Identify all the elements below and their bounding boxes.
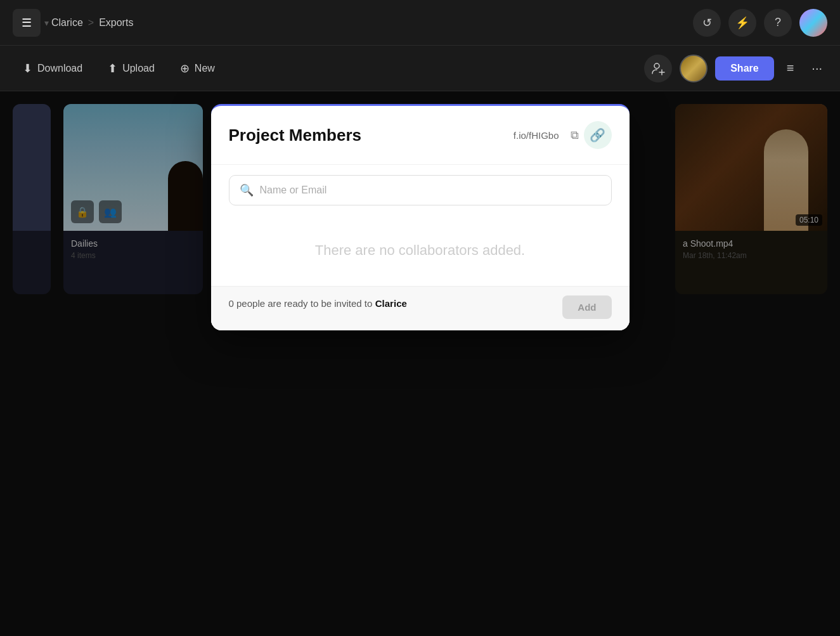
- download-button[interactable]: ⬇ Download: [13, 56, 93, 81]
- modal-search: 🔍: [211, 165, 630, 216]
- lightning-button[interactable]: ⚡: [728, 9, 756, 37]
- share-label: Share: [730, 63, 758, 74]
- search-icon: 🔍: [240, 183, 254, 197]
- current-user-avatar[interactable]: [680, 55, 708, 82]
- logo-icon: ☰: [22, 16, 32, 30]
- add-person-icon: [651, 62, 665, 75]
- nav-chevron-icon: ▾: [44, 18, 49, 28]
- copy-link-button[interactable]: ⧉: [565, 126, 584, 145]
- upload-button[interactable]: ⬆ Upload: [98, 56, 165, 81]
- top-nav: ☰ ▾ Clarice > Exports ↺ ⚡ ?: [0, 0, 840, 46]
- refresh-button[interactable]: ↺: [693, 9, 721, 37]
- main-content: 🔒 👥 Dailies 4 items 05:10 a Shoot.mp4 Ma…: [0, 91, 840, 636]
- copy-icon: ⧉: [571, 129, 579, 141]
- toolbar-right: Share ≡ ···: [644, 55, 827, 82]
- invite-text: 0 people are ready to be invited to: [229, 298, 373, 309]
- link-icon: 🔗: [590, 127, 605, 143]
- breadcrumb-root[interactable]: Clarice: [51, 17, 83, 29]
- modal-link-text: f.io/fHIGbo: [514, 130, 559, 141]
- search-input[interactable]: [260, 185, 601, 196]
- project-name-label: Clarice: [375, 298, 407, 309]
- new-icon: ⊕: [180, 62, 190, 75]
- lightning-icon: ⚡: [735, 16, 749, 30]
- modal-overlay[interactable]: Project Members f.io/fHIGbo ⧉ 🔗 🔍 There …: [0, 91, 840, 636]
- refresh-icon: ↺: [702, 16, 712, 30]
- modal-title: Project Members: [229, 126, 514, 145]
- open-link-button[interactable]: 🔗: [584, 121, 612, 149]
- search-input-wrap: 🔍: [229, 175, 612, 205]
- empty-state-text: There are no collaborators added.: [315, 241, 525, 261]
- modal-header: Project Members f.io/fHIGbo ⧉ 🔗: [211, 106, 630, 165]
- more-options-button[interactable]: ···: [806, 56, 827, 81]
- download-icon: ⬇: [23, 62, 32, 75]
- more-options-icon: ···: [811, 61, 822, 75]
- download-label: Download: [37, 63, 82, 74]
- nav-right-actions: ↺ ⚡ ?: [693, 9, 827, 37]
- share-button[interactable]: Share: [715, 56, 773, 81]
- user-avatar-nav[interactable]: [799, 9, 827, 37]
- new-label: New: [195, 63, 215, 74]
- list-view-button[interactable]: ≡: [782, 56, 799, 81]
- modal-empty-state: There are no collaborators added.: [211, 216, 630, 286]
- upload-label: Upload: [122, 63, 155, 74]
- modal-footer: Add 0 people are ready to be invited to …: [211, 286, 630, 330]
- upload-icon: ⬆: [108, 62, 117, 75]
- add-collaborators-button[interactable]: Add: [562, 295, 611, 319]
- help-button[interactable]: ?: [764, 9, 792, 37]
- new-button[interactable]: ⊕ New: [170, 56, 225, 81]
- invite-count-text: 0 people are ready to be invited to Clar…: [229, 298, 612, 309]
- toolbar: ⬇ Download ⬆ Upload ⊕ New Share ≡ ···: [0, 46, 840, 91]
- breadcrumb-separator: >: [88, 17, 94, 29]
- add-button-label: Add: [578, 302, 596, 313]
- svg-point-0: [654, 63, 659, 68]
- list-view-icon: ≡: [787, 61, 794, 75]
- add-member-button[interactable]: [644, 55, 672, 82]
- help-icon: ?: [775, 16, 781, 29]
- nav-logo[interactable]: ☰: [13, 9, 41, 37]
- project-members-modal: Project Members f.io/fHIGbo ⧉ 🔗 🔍 There …: [211, 104, 630, 330]
- breadcrumb-current: Exports: [99, 17, 133, 29]
